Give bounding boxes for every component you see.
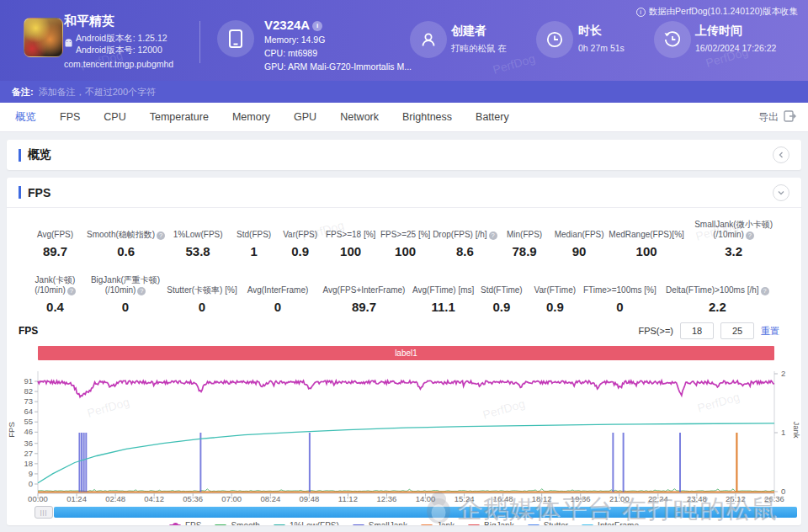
metric-median-fps-: Median(FPS)90 bbox=[552, 218, 607, 258]
app-version-name: Android版本名: 1.25.12 bbox=[76, 32, 167, 44]
metric-value: 0 bbox=[87, 300, 164, 314]
game-app-icon bbox=[24, 18, 63, 57]
axis-tick-label: 09:48 bbox=[290, 494, 327, 503]
fps-metrics-row-2: Jank(卡顿)(/10min)?0.4BigJank(严重卡顿)(/10min… bbox=[7, 274, 801, 314]
metric-smalljank-: SmallJank(微小卡顿)(/10min)?3.2 bbox=[687, 218, 781, 258]
duration-value: 0h 27m 51s bbox=[578, 43, 625, 53]
scrollbar-handle[interactable]: ||| bbox=[35, 506, 53, 519]
axis-tick-label: 46 bbox=[11, 427, 33, 436]
tab-Network[interactable]: Network bbox=[328, 103, 391, 132]
legend-marker bbox=[582, 524, 593, 525]
metric-value: 0.9 bbox=[277, 244, 323, 258]
legend-item-smalljank[interactable]: SmallJank bbox=[353, 521, 407, 525]
axis-tick-label: 14:00 bbox=[407, 494, 444, 503]
metric-drop-fps-h-: Drop(FPS) [/h]?8.6 bbox=[433, 218, 497, 258]
collected-by-note: i 数据由PerfDog(10.1.240120)版本收集 bbox=[636, 6, 798, 18]
legend-item-stutter[interactable]: Stutter bbox=[528, 521, 568, 525]
remark-bar[interactable]: 备注: 添加备注，不超过200个字符 bbox=[0, 81, 808, 103]
tab-CPU[interactable]: CPU bbox=[92, 103, 137, 132]
fps-collapse-button[interactable] bbox=[773, 184, 789, 201]
axis-tick-label: 0 bbox=[11, 479, 33, 488]
legend-item-fps[interactable]: FPS bbox=[169, 521, 201, 525]
tab-Memory[interactable]: Memory bbox=[221, 103, 282, 132]
axis-tick-label: 64 bbox=[11, 407, 33, 416]
tab-概览[interactable]: 概览 bbox=[3, 103, 48, 132]
export-button[interactable]: 导出 bbox=[758, 110, 796, 125]
metric-value: 89.7 bbox=[24, 244, 87, 258]
help-icon[interactable]: ? bbox=[137, 287, 146, 295]
creator-value: 打盹的松鼠 在 bbox=[451, 43, 507, 55]
tab-Temperature[interactable]: Temperature bbox=[138, 103, 221, 132]
chart-legend: FPSSmooth1%Low(FPS)SmallJankJankBigJankS… bbox=[7, 521, 801, 525]
help-icon[interactable]: ? bbox=[157, 231, 165, 240]
upload-time-block: 上传时间 16/02/2024 17:26:22 bbox=[695, 24, 776, 53]
chart-scrollbar: ||| bbox=[35, 506, 797, 519]
fps-threshold-input-1[interactable] bbox=[680, 322, 714, 339]
help-icon[interactable]: ? bbox=[746, 231, 754, 240]
upload-time-value: 16/02/2024 17:26:22 bbox=[695, 43, 776, 53]
legend-marker bbox=[468, 524, 480, 525]
creator-block: 创建者 打盹的松鼠 在 bbox=[451, 24, 507, 55]
legend-marker bbox=[215, 524, 226, 525]
metric-value: 0.9 bbox=[474, 300, 529, 314]
axis-tick-label: 82 bbox=[11, 386, 33, 396]
device-cpu: CPU: mt6989 bbox=[264, 46, 412, 60]
metric-value: 90 bbox=[552, 244, 607, 258]
axis-tick-label: 91 bbox=[11, 376, 33, 386]
creator-label: 创建者 bbox=[451, 24, 507, 39]
metric-value: 0.9 bbox=[529, 300, 581, 314]
remark-placeholder: 添加备注，不超过200个字符 bbox=[39, 86, 156, 98]
metric-smooth-: Smooth(稳帧指数)?0.6 bbox=[87, 218, 165, 258]
metric-delta-ftime-100ms-h-: Delta(FTime)>100ms [/h]?2.2 bbox=[658, 274, 776, 314]
device-memory: Memory: 14.9G bbox=[264, 33, 412, 46]
metric-value: 100 bbox=[607, 244, 687, 258]
tab-Battery[interactable]: Battery bbox=[464, 103, 521, 132]
export-label: 导出 bbox=[758, 110, 779, 125]
metric-1%low-fps-: 1%Low(FPS)53.8 bbox=[165, 218, 231, 258]
metric-avg-fps-: Avg(FPS)89.7 bbox=[24, 218, 87, 258]
axis-tick-label: 55 bbox=[11, 417, 33, 426]
axis-tick-label: 11:12 bbox=[329, 494, 366, 503]
legend-marker bbox=[274, 524, 285, 525]
overview-collapse-button[interactable] bbox=[773, 146, 789, 163]
axis-tick-label: 18 bbox=[11, 459, 33, 468]
metric-ftime-100ms-%-: FTime>=100ms [%]0 bbox=[581, 274, 658, 314]
threshold-label: FPS(>=) bbox=[638, 326, 673, 336]
legend-item-interframe[interactable]: InterFrame bbox=[582, 521, 639, 525]
axis-tick-label: 25:12 bbox=[717, 494, 754, 503]
legend-item-bigjank[interactable]: BigJank bbox=[468, 521, 514, 525]
fps-threshold-input-2[interactable] bbox=[720, 322, 754, 339]
tab-GPU[interactable]: GPU bbox=[282, 103, 328, 132]
axis-tick-label: 07:00 bbox=[213, 494, 250, 503]
help-icon[interactable]: ? bbox=[489, 231, 497, 240]
legend-item-smooth[interactable]: Smooth bbox=[215, 521, 259, 525]
tab-FPS[interactable]: FPS bbox=[48, 103, 92, 132]
fps-section-title: FPS bbox=[28, 186, 50, 200]
creator-icon bbox=[410, 21, 447, 58]
tab-bar: 概览FPSCPUTemperatureMemoryGPUNetworkBrigh… bbox=[0, 103, 808, 132]
metric-avg-interframe-: Avg(InterFrame)0 bbox=[240, 274, 316, 314]
help-icon[interactable]: ? bbox=[67, 287, 76, 295]
legend-marker bbox=[528, 524, 540, 525]
legend-item-1%low-fps-[interactable]: 1%Low(FPS) bbox=[274, 521, 339, 525]
legend-item-jank[interactable]: Jank bbox=[421, 521, 454, 525]
device-info-icon[interactable]: i bbox=[312, 21, 322, 31]
metric-value: 78.9 bbox=[497, 244, 552, 258]
axis-tick-label: 21:00 bbox=[601, 494, 638, 503]
scrollbar-track[interactable] bbox=[54, 507, 797, 518]
fps-chart: label1 FPS Jank ||| FPSSmooth1%Low(FPS)S… bbox=[7, 344, 801, 525]
metric-medrange-fps-%-: MedRange(FPS)[%]100 bbox=[607, 218, 687, 258]
axis-tick-label: 18:12 bbox=[524, 494, 561, 503]
app-version-block: Android版本名: 1.25.12 Android版本号: 12000 bbox=[76, 32, 167, 56]
report-header: 和平精英 Android版本名: 1.25.12 Android版本号: 120… bbox=[0, 0, 808, 81]
axis-tick-label: 22:24 bbox=[640, 494, 677, 503]
fps-chart-plot[interactable] bbox=[34, 364, 779, 497]
help-icon[interactable]: ? bbox=[761, 287, 769, 295]
legend-marker bbox=[421, 524, 433, 525]
axis-tick-label: 36 bbox=[11, 439, 33, 448]
reset-link[interactable]: 重置 bbox=[761, 325, 779, 338]
tab-Brightness[interactable]: Brightness bbox=[391, 103, 464, 132]
chevron-down-icon bbox=[778, 189, 784, 196]
axis-tick-label: 04:12 bbox=[136, 494, 173, 503]
device-gpu: GPU: ARM Mali-G720-Immortalis M... bbox=[264, 60, 412, 73]
